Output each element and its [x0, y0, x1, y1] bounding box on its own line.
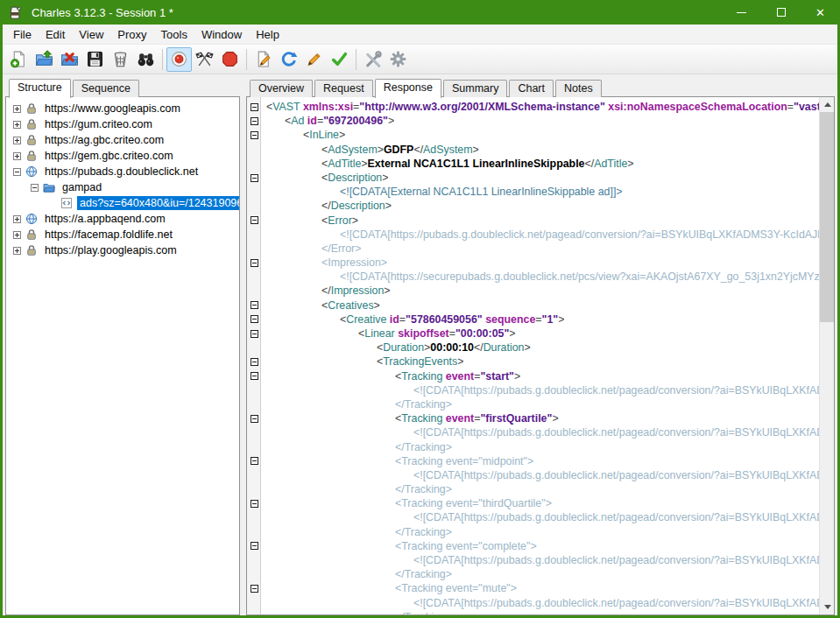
open-session-button[interactable]	[32, 47, 57, 72]
minimize-button[interactable]	[722, 0, 761, 25]
collapse-toggle-icon[interactable]	[251, 585, 258, 593]
xml-line: <Linear skipoffset="00:00:05">	[247, 327, 819, 341]
menu-proxy[interactable]: Proxy	[110, 25, 153, 44]
xml-line-text: <Ad id="697200496">	[261, 114, 394, 128]
scroll-down-button[interactable]	[820, 600, 835, 614]
settings-button[interactable]	[385, 47, 411, 72]
collapse-toggle-icon[interactable]	[251, 301, 258, 309]
xml-line-text: </Error>	[261, 242, 361, 256]
xml-line: </Tracking>	[247, 525, 819, 539]
expand-icon[interactable]	[13, 231, 21, 239]
tree-item[interactable]: gampad	[6, 179, 239, 195]
collapse-toggle-icon[interactable]	[251, 259, 258, 267]
validate-button[interactable]	[327, 47, 352, 72]
collapse-toggle-icon[interactable]	[251, 174, 258, 182]
xml-line: <Creatives>	[247, 298, 819, 313]
compose-icon	[254, 50, 272, 68]
tree-item[interactable]: https://a.appbaqend.com	[6, 211, 239, 227]
tree-item[interactable]: https://gum.criteo.com	[6, 116, 239, 132]
collapse-toggle-icon[interactable]	[251, 103, 258, 111]
scroll-up-button[interactable]	[820, 97, 835, 112]
tree-item[interactable]: https://pubads.g.doubleclick.net	[6, 164, 239, 179]
collapse-toggle-icon[interactable]	[251, 216, 258, 224]
xml-line: <Tracking event="firstQuartile">	[247, 411, 819, 425]
find-button[interactable]	[133, 47, 159, 72]
gutter-cell	[247, 185, 261, 199]
tab-response[interactable]: Response	[375, 79, 441, 98]
collapse-toggle-icon[interactable]	[251, 500, 258, 508]
menu-help[interactable]: Help	[249, 25, 286, 44]
collapse-toggle-icon[interactable]	[251, 372, 258, 380]
compose-button[interactable]	[251, 47, 276, 72]
menu-tools[interactable]: Tools	[154, 25, 194, 44]
xml-line-text: <Error>	[261, 214, 358, 228]
xml-line: </Tracking>	[247, 610, 819, 614]
expand-icon[interactable]	[13, 152, 21, 160]
expand-icon[interactable]	[13, 137, 21, 144]
expand-icon[interactable]	[13, 121, 21, 129]
save-session-button[interactable]	[82, 47, 108, 72]
maximize-button[interactable]	[761, 0, 801, 25]
collapse-toggle-icon[interactable]	[251, 131, 258, 139]
menu-file[interactable]: File	[6, 25, 39, 44]
menu-view[interactable]: View	[72, 25, 110, 44]
tree-item[interactable]: ads?sz=640x480&iu=/124319096/e	[6, 195, 239, 211]
collapse-toggle-icon[interactable]	[251, 542, 258, 550]
tree-item[interactable]: https://facemap.foldlife.net	[6, 227, 239, 242]
panel-splitter[interactable]	[240, 79, 246, 615]
xml-line: <Creative id="57860459056" sequence="1">	[247, 313, 819, 327]
edit-button[interactable]	[301, 47, 327, 72]
xml-line: <![CDATA[https://pubads.g.doubleclick.ne…	[247, 228, 819, 242]
gutter-cell	[247, 143, 261, 157]
collapse-toggle-icon[interactable]	[251, 415, 258, 423]
save-session-icon	[86, 50, 104, 68]
gutter-cell	[247, 567, 261, 581]
scrollbar-thumb[interactable]	[820, 112, 835, 322]
gutter-cell	[247, 341, 261, 355]
tab-structure[interactable]: Structure	[9, 79, 71, 98]
expand-icon[interactable]	[13, 215, 21, 223]
tree-item[interactable]: https://play.googleapis.com	[6, 242, 239, 258]
collapse-toggle-icon[interactable]	[251, 315, 258, 323]
collapse-icon[interactable]	[13, 168, 21, 176]
collapse-toggle-icon[interactable]	[251, 358, 258, 366]
repeat-button[interactable]	[276, 47, 301, 72]
collapse-toggle-icon[interactable]	[251, 457, 258, 465]
xml-line: <Tracking event="midpoint">	[247, 454, 819, 468]
xml-line-text: <![CDATA[https://pubads.g.doubleclick.ne…	[261, 383, 819, 397]
xml-line-text: <Tracking event="firstQuartile">	[261, 411, 559, 425]
menu-edit[interactable]: Edit	[39, 25, 72, 44]
tab-overview[interactable]: Overview	[250, 80, 313, 97]
gutter-cell	[247, 610, 261, 614]
xml-line: <![CDATA[https://pubads.g.doubleclick.ne…	[247, 425, 819, 439]
collapse-toggle-icon[interactable]	[251, 330, 258, 338]
close-session-button[interactable]	[57, 47, 82, 72]
tab-notes[interactable]: Notes	[555, 80, 602, 97]
xml-line-text: <Tracking event="thirdQuartile">	[261, 496, 552, 510]
clear-session-button[interactable]	[108, 47, 133, 72]
expand-icon[interactable]	[13, 105, 21, 113]
breakpoints-button[interactable]	[217, 47, 243, 72]
gutter-cell	[247, 525, 261, 539]
tab-sequence[interactable]: Sequence	[73, 80, 139, 97]
collapse-toggle-icon[interactable]	[251, 117, 258, 125]
collapse-icon[interactable]	[31, 184, 39, 192]
close-button[interactable]: ✕	[801, 0, 840, 25]
tab-request[interactable]: Request	[314, 80, 373, 97]
throttling-button[interactable]	[192, 47, 217, 72]
menu-window[interactable]: Window	[194, 25, 249, 44]
record-button[interactable]	[166, 47, 192, 72]
xml-line: <![CDATA[https://pubads.g.doubleclick.ne…	[247, 510, 819, 524]
xml-line: <VAST xmlns:xsi="http://www.w3.org/2001/…	[247, 100, 819, 114]
tab-chart[interactable]: Chart	[509, 80, 554, 97]
xml-line-text: </Tracking>	[261, 482, 452, 496]
expand-icon[interactable]	[13, 247, 21, 255]
tree-item[interactable]: https://ag.gbc.criteo.com	[6, 132, 239, 148]
tools-button[interactable]	[360, 47, 385, 72]
tree-item[interactable]: https://gem.gbc.criteo.com	[6, 148, 239, 164]
tree-item[interactable]: https://www.googleapis.com	[6, 101, 239, 116]
tab-summary[interactable]: Summary	[443, 80, 507, 97]
new-session-button[interactable]	[6, 47, 32, 72]
xml-line-text: <Creatives>	[261, 298, 380, 313]
vertical-scrollbar[interactable]	[819, 97, 834, 614]
